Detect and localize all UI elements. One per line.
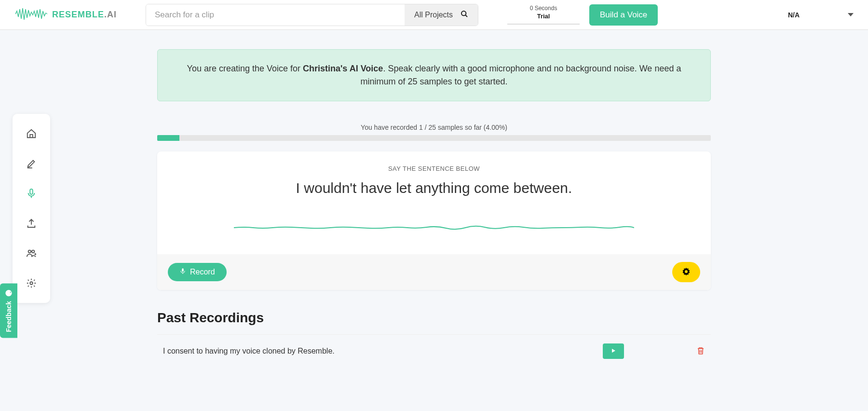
banner-suffix: . Speak clearly with a good microphone a… bbox=[360, 64, 681, 86]
feedback-tab[interactable]: Feedback bbox=[0, 284, 17, 338]
usage-info: 0 Seconds Trial bbox=[507, 5, 580, 25]
delete-button[interactable] bbox=[696, 346, 705, 356]
microphone-icon[interactable] bbox=[26, 188, 37, 199]
past-recording-text: I consent to having my voice cloned by R… bbox=[163, 347, 603, 356]
edit-icon[interactable] bbox=[26, 158, 37, 169]
account-dropdown[interactable]: N/A bbox=[788, 11, 854, 19]
microphone-icon bbox=[179, 268, 186, 276]
logo-text: RESEMBLE.AI bbox=[52, 10, 117, 20]
svg-rect-10 bbox=[182, 268, 184, 272]
svg-point-0 bbox=[461, 11, 466, 15]
usage-plan: Trial bbox=[507, 13, 580, 20]
upload-icon[interactable] bbox=[26, 218, 37, 229]
logo[interactable]: RESEMBLE.AI bbox=[14, 6, 117, 24]
svg-point-6 bbox=[32, 250, 35, 253]
usage-bar bbox=[507, 24, 580, 25]
play-icon bbox=[610, 348, 616, 355]
main-content: You are creating the Voice for Christina… bbox=[157, 30, 711, 359]
prompt-sentence: I wouldn't have let anything come betwee… bbox=[176, 180, 692, 196]
svg-rect-3 bbox=[30, 189, 33, 194]
chevron-down-icon bbox=[848, 13, 854, 16]
svg-line-1 bbox=[465, 15, 467, 17]
trash-icon bbox=[696, 349, 705, 356]
account-label: N/A bbox=[788, 11, 800, 19]
svg-point-9 bbox=[30, 282, 33, 285]
settings-icon[interactable] bbox=[26, 278, 37, 288]
past-recordings-title: Past Recordings bbox=[157, 310, 711, 326]
info-banner: You are creating the Voice for Christina… bbox=[157, 49, 711, 101]
project-filter-dropdown[interactable]: All Projects bbox=[405, 4, 478, 26]
banner-voice-name: Christina's AI Voice bbox=[303, 64, 383, 73]
svg-point-5 bbox=[28, 250, 31, 253]
project-filter-label: All Projects bbox=[414, 11, 453, 19]
search-input[interactable] bbox=[146, 4, 405, 26]
feedback-label: Feedback bbox=[5, 301, 13, 332]
banner-prefix: You are creating the Voice for bbox=[187, 64, 303, 73]
gear-icon bbox=[682, 267, 691, 277]
search-icon bbox=[461, 10, 468, 20]
feedback-icon bbox=[5, 289, 13, 297]
search-bar: All Projects bbox=[146, 4, 478, 26]
waveform-display bbox=[234, 220, 634, 235]
recording-settings-button[interactable] bbox=[672, 262, 700, 282]
progress-label: You have recorded 1 / 25 samples so far … bbox=[157, 123, 711, 131]
progress-fill bbox=[157, 135, 179, 141]
team-icon[interactable] bbox=[26, 248, 37, 259]
home-icon[interactable] bbox=[26, 128, 37, 139]
progress-bar bbox=[157, 135, 711, 141]
build-voice-button[interactable]: Build a Voice bbox=[589, 4, 658, 26]
recording-toolbar: Record bbox=[157, 254, 711, 290]
record-button[interactable]: Record bbox=[168, 263, 227, 281]
svg-marker-12 bbox=[612, 349, 615, 353]
past-recording-row: I consent to having my voice cloned by R… bbox=[157, 334, 711, 359]
top-header: RESEMBLE.AI All Projects 0 Seconds Trial… bbox=[0, 0, 868, 30]
play-button[interactable] bbox=[603, 343, 624, 359]
usage-seconds: 0 Seconds bbox=[507, 5, 580, 12]
sidebar-nav bbox=[13, 114, 50, 303]
recording-card: SAY THE SENTENCE BELOW I wouldn't have l… bbox=[157, 151, 711, 290]
logo-waveform-icon bbox=[14, 6, 48, 24]
instruction-label: SAY THE SENTENCE BELOW bbox=[176, 165, 692, 172]
recording-card-body: SAY THE SENTENCE BELOW I wouldn't have l… bbox=[157, 151, 711, 254]
record-label: Record bbox=[190, 268, 215, 276]
